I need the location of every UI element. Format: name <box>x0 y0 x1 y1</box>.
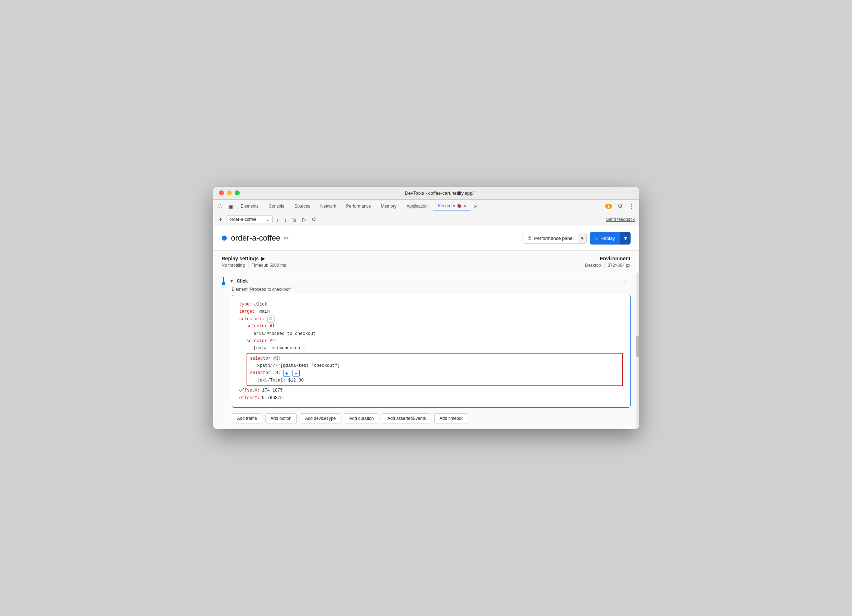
scrollbar-track[interactable] <box>636 273 639 429</box>
offsetX-key: offsetX: <box>239 387 260 394</box>
step-expand-icon[interactable]: ▼ <box>230 279 234 284</box>
offsetY-key: offsetY: <box>239 395 260 402</box>
perf-panel-dropdown-icon[interactable]: ▾ <box>578 233 586 244</box>
selector2-line: selector #2: <box>246 337 623 345</box>
step-line <box>223 277 224 282</box>
performance-panel-button[interactable]: ⏱ Performance panel ▾ <box>523 233 587 244</box>
perf-panel-label: Performance panel <box>534 236 574 241</box>
selector1-line: selector #1: <box>246 323 623 330</box>
replay-settings-subtitle: No throttling | Timeout: 5000 ms <box>222 263 585 268</box>
replay-dropdown-icon[interactable]: ▾ <box>620 232 631 244</box>
add-timeout-button[interactable]: Add timeout <box>434 413 468 423</box>
replay-button-main[interactable]: ▷ Replay <box>590 233 620 244</box>
close-button[interactable] <box>219 190 224 196</box>
perf-panel-icon: ⏱ <box>527 236 532 241</box>
type-line: type: click <box>239 301 623 308</box>
add-device-type-button[interactable]: Add deviceType <box>300 413 341 423</box>
tab-sources[interactable]: Sources <box>290 202 315 210</box>
step-more-options-button[interactable]: ⋮ <box>621 277 631 285</box>
replay-settings-bar: Replay settings ▶ No throttling | Timeou… <box>213 251 639 273</box>
edit-recording-icon[interactable]: ✏ <box>284 235 289 242</box>
selector-highlighted-group: selector #3: xpath///*[@data-test="check… <box>246 353 623 387</box>
tab-recorder-close-icon[interactable]: ✕ <box>463 204 466 208</box>
tab-network[interactable]: Network <box>316 202 341 210</box>
more-tabs-icon[interactable]: » <box>472 203 479 209</box>
add-asserted-events-button[interactable]: Add assertedEvents <box>382 413 431 423</box>
replay-settings-left: Replay settings ▶ No throttling | Timeou… <box>222 256 585 268</box>
tab-memory[interactable]: Memory <box>376 202 400 210</box>
subtitle-divider: | <box>248 263 249 268</box>
recording-header: order-a-coffee ✏ ⏱ Performance panel ▾ ▷… <box>213 226 639 251</box>
export-button[interactable]: ↑ <box>275 215 281 224</box>
offsetY-value: 9.796875 <box>262 395 283 402</box>
selector4-value: text/Total: $12.00 <box>257 378 304 383</box>
recording-name-selector[interactable]: order-a-coffee ⌄ <box>226 215 273 223</box>
selector-tool-icon[interactable]: ⬡ <box>267 316 275 323</box>
selector-add-button[interactable]: + <box>283 370 290 377</box>
selector1-value-line: aria/Proceed to checkout <box>254 330 623 337</box>
selector1-key: selector #1: <box>246 323 277 330</box>
scrollbar-thumb[interactable] <box>636 336 639 357</box>
add-button-button[interactable]: Add button <box>265 413 297 423</box>
throttling-value: No throttling <box>222 263 245 268</box>
target-key: target: <box>239 308 257 315</box>
new-recording-button[interactable]: + <box>218 214 224 225</box>
titlebar: DevTools - coffee-cart.netlify.app/ <box>213 187 639 200</box>
target-value: main <box>260 308 270 315</box>
tab-recorder[interactable]: Recorder 🐞 ✕ <box>433 202 470 211</box>
selectors-key: selectors: <box>239 316 265 323</box>
add-duration-button[interactable]: Add duration <box>344 413 379 423</box>
recording-title: order-a-coffee <box>231 233 281 243</box>
add-frame-button[interactable]: Add frame <box>232 413 262 423</box>
minimize-button[interactable] <box>227 190 232 196</box>
replay-all-button[interactable]: ↺ <box>310 215 317 224</box>
tab-recorder-label: Recorder 🐞 <box>438 203 462 208</box>
recording-name-chevron-icon[interactable]: ⌄ <box>266 217 269 222</box>
cursor-icon[interactable]: ⬡ <box>216 202 225 211</box>
selector2-value: [data-test=checkout] <box>254 346 305 351</box>
step-header: ▼ Click ⋮ <box>222 273 631 287</box>
step-element-label: Element "Proceed to checkout" <box>232 287 631 292</box>
delete-button[interactable]: 🗑 <box>290 215 299 224</box>
selector3-value-line: xpath///*[@data-test="checkout"] <box>257 362 619 369</box>
steps-area: ▼ Click ⋮ Element "Proceed to checkout" … <box>213 273 639 429</box>
selector4-line: selector #4: + − <box>250 369 619 377</box>
import-button[interactable]: ↓ <box>283 215 289 224</box>
step-type-label: Click <box>237 278 248 284</box>
step-dot <box>222 282 225 285</box>
tab-console[interactable]: Console <box>264 202 289 210</box>
replay-settings-right: Environment Desktop | 372×804 px <box>585 256 630 268</box>
replay-button-group[interactable]: ▷ Replay ▾ <box>590 232 630 244</box>
selector1-value: aria/Proceed to checkout <box>254 331 316 336</box>
window-title: DevTools - coffee-cart.netlify.app/ <box>245 190 633 196</box>
tab-performance[interactable]: Performance <box>342 202 375 210</box>
replay-play-icon: ▷ <box>595 236 598 241</box>
selector-remove-button[interactable]: − <box>293 370 300 377</box>
selector4-value-line: text/Total: $12.00 <box>257 377 619 384</box>
maximize-button[interactable] <box>235 190 240 196</box>
recording-name-text: order-a-coffee <box>229 217 264 222</box>
selector2-value-line: [data-test=checkout] <box>254 345 623 352</box>
replay-settings-toggle[interactable]: Replay settings ▶ <box>222 256 585 261</box>
step-code-block: type: click target: main selectors: ⬡ se… <box>232 295 631 408</box>
selector3-value: xpath///*[@data-test="checkout"] <box>257 363 340 368</box>
start-recording-button[interactable]: ▷ <box>301 215 308 224</box>
recording-status-dot <box>222 236 227 241</box>
dock-icon[interactable]: ▣ <box>226 202 235 211</box>
selector3-key: selector #3: <box>250 355 281 362</box>
settings-icon[interactable]: ⚙ <box>615 203 625 210</box>
traffic-lights <box>219 190 240 196</box>
send-feedback-link[interactable]: Send feedback <box>606 217 634 222</box>
replay-settings-arrow-icon: ▶ <box>261 256 265 261</box>
env-divider: | <box>604 263 605 268</box>
more-options-icon[interactable]: ⋮ <box>626 203 636 210</box>
environment-label: Environment <box>585 256 630 261</box>
tabbar: ⬡ ▣ Elements Console Sources Network Per… <box>213 200 639 213</box>
tab-application[interactable]: Application <box>402 202 432 210</box>
environment-name: Desktop <box>585 263 601 268</box>
replay-settings-label: Replay settings <box>222 256 259 261</box>
tab-elements[interactable]: Elements <box>237 202 263 210</box>
selector2-key: selector #2: <box>246 337 277 345</box>
selector3-line: selector #3: <box>250 355 619 362</box>
notification-badge: 1 <box>605 204 612 209</box>
